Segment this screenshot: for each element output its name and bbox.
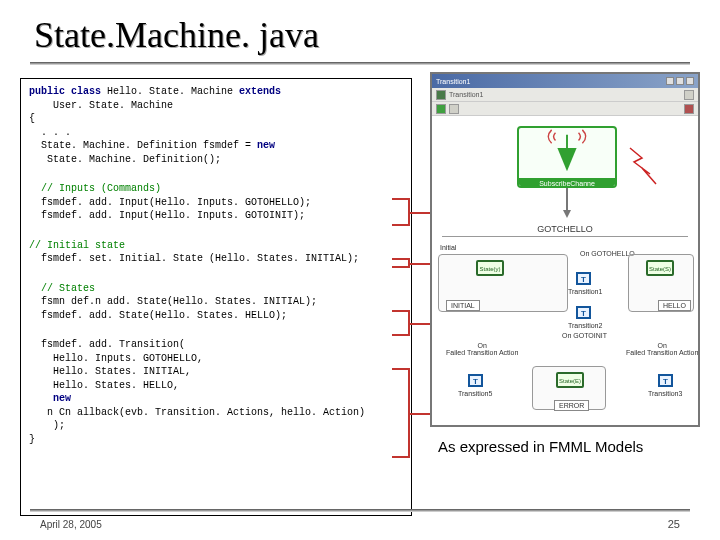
t-box-5: T (468, 374, 483, 387)
t-box-3: T (658, 374, 673, 387)
svg-marker-2 (563, 210, 571, 218)
annotation-line-2 (410, 263, 430, 265)
on-gotoinit-label: On GOTOINIT (562, 332, 607, 339)
footer-page: 25 (668, 518, 680, 530)
state-box-e: State(E) (556, 372, 584, 388)
window-title: Transition1 (436, 78, 470, 85)
toolbar-row-2 (432, 102, 698, 116)
minimize-icon (666, 77, 674, 85)
window-titlebar: Transition1 (432, 74, 698, 88)
tool-icon (684, 90, 694, 100)
zigzag-icon (622, 140, 682, 200)
t-box-2: T (576, 306, 591, 319)
on-failed-right: On Failed Transition Action (626, 342, 698, 356)
footer-date: April 28, 2005 (40, 519, 102, 530)
on-gotohello-label: On GOTOHELLO (580, 250, 635, 257)
initial-label: Initial (440, 244, 456, 251)
transition5-label: Transition5 (458, 390, 492, 397)
caption: As expressed in FMML Models (438, 438, 643, 455)
diagram-panel: Transition1 Transition1 (430, 72, 700, 427)
mid-divider (442, 236, 688, 237)
subscribe-label: SubscribeChanne (519, 178, 615, 188)
close-icon (686, 77, 694, 85)
hello-box: HELLO (658, 300, 691, 311)
t-box-1: T (576, 272, 591, 285)
tool-icon (449, 104, 459, 114)
annotation-bracket-4 (392, 368, 410, 458)
arrow-down-icon (562, 188, 572, 218)
annotation-bracket-1 (392, 198, 410, 226)
transition1-label: Transition1 (568, 288, 602, 295)
error-box: ERROR (554, 400, 589, 411)
tool-icon (684, 104, 694, 114)
tool-icon (436, 90, 446, 100)
bottom-underline (30, 509, 690, 512)
slide: State.Machine. java public class Hello. … (0, 0, 720, 540)
slide-title: State.Machine. java (34, 14, 319, 56)
gotchello-label: GOTCHELLO (432, 224, 698, 234)
tool-icon (436, 104, 446, 114)
maximize-icon (676, 77, 684, 85)
toolbar-row-1: Transition1 (432, 88, 698, 102)
annotation-bracket-3 (392, 310, 410, 336)
annotation-bracket-2 (392, 258, 410, 268)
annotation-line-3 (410, 323, 430, 325)
on-failed-left: On Failed Transition Action (446, 342, 518, 356)
transition3-label: Transition3 (648, 390, 682, 397)
state-box-s: State(S) (646, 260, 674, 276)
code-panel: public class Hello. State. Machine exten… (20, 78, 412, 516)
antenna-icon (519, 128, 615, 174)
diagram-canvas: SubscribeChanne GOTCHELLO Initial State(… (432, 116, 698, 425)
state-box-y: State(y) (476, 260, 504, 276)
annotation-line-4 (410, 413, 430, 415)
antenna-component: SubscribeChanne (517, 126, 617, 188)
annotation-line-1 (410, 212, 430, 214)
title-underline (30, 62, 690, 65)
initial-box: INITIAL (446, 300, 480, 311)
transition2-label: Transition2 (568, 322, 602, 329)
